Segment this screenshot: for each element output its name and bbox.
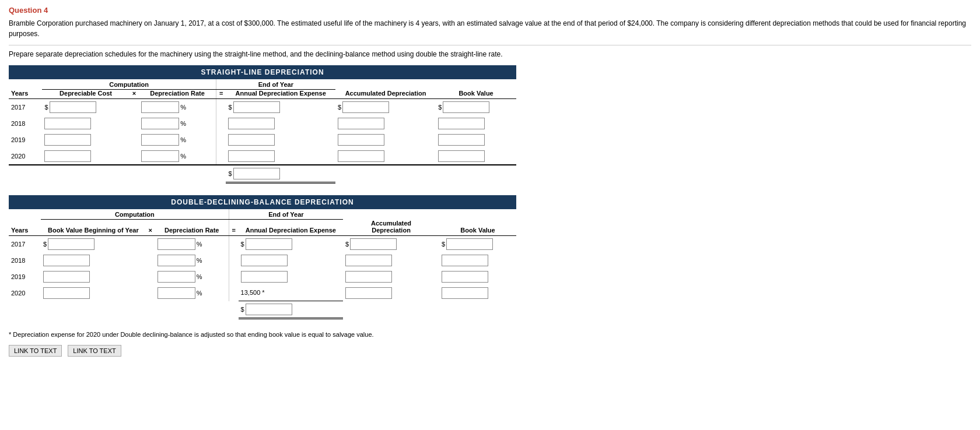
ddb-book-val-2018 bbox=[439, 252, 516, 269]
ddb-input-dep-rate-2019[interactable] bbox=[158, 271, 195, 283]
sl-input-accum-2019[interactable] bbox=[338, 134, 384, 146]
ddb-input-book-2019[interactable] bbox=[442, 271, 488, 283]
sl-input-dep-rate-2018[interactable] bbox=[141, 118, 179, 129]
sl-row-2019: 2019 % bbox=[9, 132, 516, 148]
sl-total-accum bbox=[335, 165, 436, 183]
ddb-input-accum-2019[interactable] bbox=[345, 271, 392, 283]
straight-line-table-wrapper: STRAIGHT-LINE DEPRECIATION Computation E… bbox=[9, 65, 516, 184]
ddb-input-book-begin-2020[interactable] bbox=[43, 287, 90, 299]
straight-line-table: Computation End of Year Years Depreciabl… bbox=[9, 79, 516, 184]
ddb-input-book-begin-2017[interactable] bbox=[48, 238, 94, 250]
ddb-input-dep-rate-2020[interactable] bbox=[158, 287, 195, 299]
ddb-input-book-begin-2019[interactable] bbox=[43, 271, 90, 283]
ddb-input-accum-2017[interactable] bbox=[350, 238, 397, 250]
ddb-input-accum-2018[interactable] bbox=[345, 255, 392, 266]
ddb-year-2019: 2019 bbox=[9, 269, 41, 285]
prepare-text: Prepare separate depreciation schedules … bbox=[9, 50, 971, 58]
ddb-col-years: Years bbox=[9, 220, 41, 236]
ddb-col-book-value: Book Value bbox=[439, 220, 516, 236]
sl-col-dep-rate: Depreciation Rate bbox=[139, 90, 216, 99]
sl-equals-2018 bbox=[216, 115, 226, 132]
ddb-col-annual-exp: Annual Depreciation Expense bbox=[239, 220, 344, 236]
sl-input-dep-rate-2017[interactable] bbox=[141, 101, 179, 113]
sl-equals-2019 bbox=[216, 132, 226, 148]
ddb-row-2018: 2018 % bbox=[9, 252, 516, 269]
sl-input-dep-rate-2020[interactable] bbox=[141, 150, 179, 162]
sl-row-2018: 2018 % bbox=[9, 115, 516, 132]
ddb-input-dep-rate-2018[interactable] bbox=[158, 255, 195, 266]
sl-equals-2017 bbox=[216, 99, 226, 116]
link-buttons-container: LINK TO TEXT LINK TO TEXT bbox=[9, 345, 971, 357]
sl-year-2019: 2019 bbox=[9, 132, 42, 148]
sl-header-top: Computation End of Year bbox=[9, 79, 516, 90]
ddb-dollar-annual-2017: $ bbox=[241, 241, 244, 248]
ddb-row-2020: 2020 % 13,500 * bbox=[9, 285, 516, 301]
sl-equals-sign: = bbox=[216, 90, 226, 99]
sl-input-total[interactable] bbox=[233, 168, 280, 179]
sl-times-2017 bbox=[130, 99, 139, 116]
ddb-input-book-2018[interactable] bbox=[442, 255, 488, 266]
ddb-equals-2019 bbox=[229, 269, 238, 285]
ddb-dep-rate-2019: % bbox=[155, 269, 229, 285]
ddb-accum-dep-2019 bbox=[343, 269, 439, 285]
sl-end-of-year-header: End of Year bbox=[216, 79, 335, 90]
ddb-input-book-2017[interactable] bbox=[446, 238, 493, 250]
ddb-input-accum-2020[interactable] bbox=[345, 287, 392, 299]
sl-accum-dep-2018 bbox=[335, 115, 436, 132]
ddb-input-total[interactable] bbox=[246, 304, 292, 315]
sl-annual-exp-2017: $ bbox=[226, 99, 335, 116]
sl-col-years: Years bbox=[9, 90, 42, 99]
sl-input-book-2019[interactable] bbox=[438, 134, 485, 146]
ddb-book-begin-2018 bbox=[41, 252, 146, 269]
ddb-input-book-begin-2018[interactable] bbox=[43, 255, 90, 266]
sl-input-dep-cost-2019[interactable] bbox=[44, 134, 91, 146]
sl-row-2017: 2017 $ % $ bbox=[9, 99, 516, 116]
sl-input-accum-2017[interactable] bbox=[342, 101, 389, 113]
sl-input-book-2018[interactable] bbox=[438, 118, 485, 129]
sl-dollar-annual-2017: $ bbox=[228, 104, 232, 111]
ddb-annual-exp-2020-static: 13,500 * bbox=[239, 285, 344, 301]
ddb-input-book-2020[interactable] bbox=[442, 287, 488, 299]
sl-equals-2020 bbox=[216, 148, 226, 165]
ddb-input-annual-2019[interactable] bbox=[241, 271, 288, 283]
sl-annual-exp-2018 bbox=[226, 115, 335, 132]
ddb-total-equals bbox=[229, 301, 238, 319]
sl-total-row: $ bbox=[9, 165, 516, 183]
sl-header-bottom: Years Depreciable Cost × Depreciation Ra… bbox=[9, 90, 516, 99]
sl-input-annual-2020[interactable] bbox=[228, 150, 275, 162]
sl-dollar-dep-cost-2017: $ bbox=[44, 104, 48, 111]
sl-input-annual-2019[interactable] bbox=[228, 134, 275, 146]
ddb-table-wrapper: DOUBLE-DECLINING-BALANCE DEPRECIATION Co… bbox=[9, 195, 516, 319]
sl-dep-cost-2017: $ bbox=[42, 99, 129, 116]
sl-input-book-2020[interactable] bbox=[438, 150, 485, 162]
ddb-accum-dep-2018 bbox=[343, 252, 439, 269]
ddb-input-annual-2018[interactable] bbox=[241, 255, 288, 266]
sl-input-accum-2020[interactable] bbox=[338, 150, 384, 162]
sl-dep-cost-2020 bbox=[42, 148, 129, 165]
ddb-dep-rate-2017: % bbox=[155, 235, 229, 252]
ddb-book-val-2019 bbox=[439, 269, 516, 285]
sl-input-book-2017[interactable] bbox=[443, 101, 489, 113]
ddb-times-sign: × bbox=[146, 220, 155, 236]
ddb-annual-exp-2018 bbox=[239, 252, 344, 269]
ddb-row-2019: 2019 % bbox=[9, 269, 516, 285]
link-to-text-button-1[interactable]: LINK TO TEXT bbox=[9, 345, 62, 357]
sl-input-accum-2018[interactable] bbox=[338, 118, 384, 129]
ddb-total-row: $ bbox=[9, 301, 516, 319]
sl-input-dep-cost-2020[interactable] bbox=[44, 150, 91, 162]
sl-times-2019 bbox=[130, 132, 139, 148]
sl-pct-2020: % bbox=[180, 153, 186, 160]
sl-input-dep-cost-2017[interactable] bbox=[50, 101, 96, 113]
sl-total-annual: $ bbox=[226, 165, 335, 183]
sl-accum-dep-2019 bbox=[335, 132, 436, 148]
sl-input-annual-2018[interactable] bbox=[228, 118, 275, 129]
sl-input-dep-rate-2019[interactable] bbox=[141, 134, 179, 146]
link-to-text-button-2[interactable]: LINK TO TEXT bbox=[68, 345, 121, 357]
sl-input-annual-2017[interactable] bbox=[233, 101, 280, 113]
ddb-input-dep-rate-2017[interactable] bbox=[158, 238, 195, 250]
ddb-input-annual-2017[interactable] bbox=[246, 238, 292, 250]
ddb-times-2019 bbox=[146, 269, 155, 285]
ddb-total-accum bbox=[343, 301, 439, 319]
sl-input-dep-cost-2018[interactable] bbox=[44, 118, 91, 129]
ddb-book-begin-2019 bbox=[41, 269, 146, 285]
